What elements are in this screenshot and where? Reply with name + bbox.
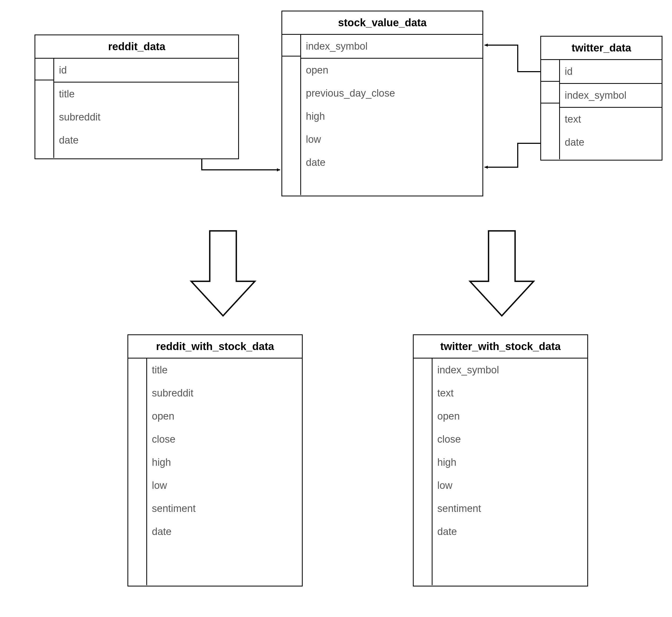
field: previous_day_close (301, 82, 482, 105)
field: low (433, 474, 587, 497)
field: date (560, 131, 662, 154)
field: text (433, 382, 587, 405)
field: subreddit (147, 382, 302, 405)
field: low (147, 474, 302, 497)
entity-title: twitter_data (541, 37, 662, 60)
field: date (433, 520, 587, 543)
field: close (433, 428, 587, 451)
field: index_symbol (433, 359, 587, 382)
field: sentiment (433, 497, 587, 520)
field: date (147, 520, 302, 543)
field: high (433, 451, 587, 474)
field: date (301, 151, 482, 174)
field: open (147, 405, 302, 428)
field: close (147, 428, 302, 451)
field: id (54, 59, 238, 82)
field: sentiment (147, 497, 302, 520)
field: id (560, 60, 662, 84)
entity-title: twitter_with_stock_data (414, 335, 587, 359)
entity-reddit-with-stock-data: reddit_with_stock_data title subreddit o… (128, 334, 303, 587)
field: low (301, 128, 482, 151)
field: title (54, 82, 238, 106)
arrow-twitter-to-stock-2 (485, 143, 540, 167)
entity-reddit-data: reddit_data id title subreddit date (34, 34, 239, 159)
diagram-canvas: reddit_data id title subreddit date stoc… (0, 0, 672, 617)
field: high (147, 451, 302, 474)
entity-twitter-data: twitter_data id index_symbol text date (540, 36, 662, 161)
field: open (433, 405, 587, 428)
entity-title: reddit_with_stock_data (128, 335, 302, 359)
entity-stock-value-data: stock_value_data index_symbol open previ… (282, 11, 483, 196)
field: text (560, 108, 662, 131)
field: index_symbol (301, 35, 482, 59)
block-arrow-down-icon (191, 231, 255, 316)
field: open (301, 59, 482, 82)
entity-title: reddit_data (35, 35, 238, 59)
block-arrow-down-icon (470, 231, 534, 316)
entity-title: stock_value_data (282, 11, 482, 35)
field: high (301, 105, 482, 128)
field: title (147, 359, 302, 382)
entity-twitter-with-stock-data: twitter_with_stock_data index_symbol tex… (413, 334, 588, 587)
arrow-reddit-to-stock (202, 159, 280, 170)
field: date (54, 129, 238, 152)
arrow-twitter-to-stock-1 (485, 45, 540, 72)
field: index_symbol (560, 84, 662, 108)
field: subreddit (54, 106, 238, 129)
